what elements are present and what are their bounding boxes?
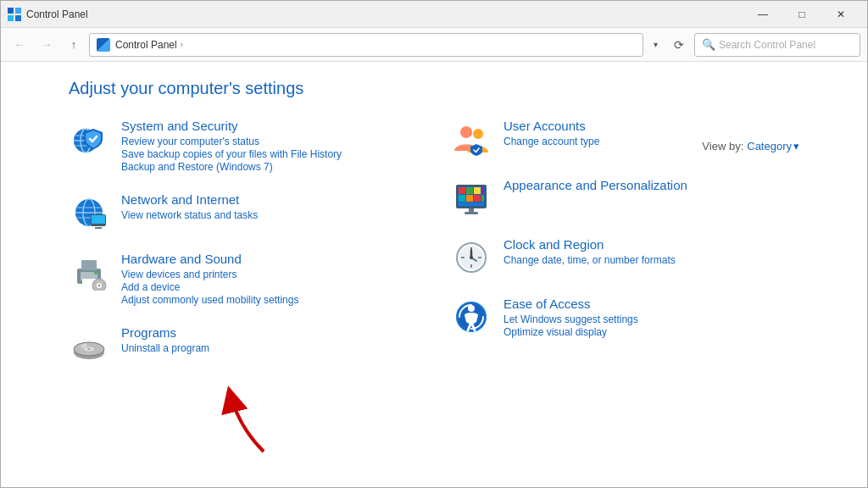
ease-access-link-1[interactable]: Let Windows suggest settings bbox=[504, 313, 799, 325]
hardware-link-2[interactable]: Add a device bbox=[121, 281, 417, 293]
svg-point-31 bbox=[460, 126, 472, 138]
ease-access-icon bbox=[451, 297, 492, 337]
system-security-title[interactable]: System and Security bbox=[121, 119, 417, 133]
minimize-button[interactable]: — bbox=[743, 1, 782, 28]
network-text: Network and Internet View network status… bbox=[121, 192, 417, 222]
clock-region-text: Clock and Region Change date, time, or n… bbox=[504, 237, 799, 267]
programs-icon bbox=[69, 325, 109, 366]
left-column: System and Security Review your computer… bbox=[69, 119, 417, 385]
system-security-link-1[interactable]: Review your computer's status bbox=[121, 136, 417, 147]
address-bar: ← → ↑ Control Panel › ▾ ⟳ 🔍 Search Contr… bbox=[1, 28, 867, 62]
clock-region-icon bbox=[451, 237, 492, 278]
svg-rect-36 bbox=[466, 187, 473, 194]
view-by-label: View by: bbox=[702, 140, 743, 152]
programs-text: Programs Uninstall a program bbox=[121, 325, 417, 355]
appearance-title[interactable]: Appearance and Personalization bbox=[504, 178, 799, 192]
system-security-text: System and Security Review your computer… bbox=[121, 119, 417, 174]
appearance-icon bbox=[451, 178, 492, 219]
list-item: User Accounts Change account type bbox=[451, 119, 799, 159]
hardware-text: Hardware and Sound View devices and prin… bbox=[121, 252, 417, 307]
ease-access-text: Ease of Access Let Windows suggest setti… bbox=[504, 297, 799, 339]
breadcrumb-chevron: › bbox=[181, 40, 183, 49]
annotation-arrow bbox=[196, 375, 298, 463]
view-by-dropdown[interactable]: Category ▾ bbox=[747, 140, 799, 152]
right-column: User Accounts Change account type bbox=[451, 119, 799, 385]
ease-access-link-2[interactable]: Optimize visual display bbox=[504, 326, 799, 338]
svg-rect-39 bbox=[459, 195, 465, 202]
svg-rect-43 bbox=[459, 202, 484, 206]
forward-button[interactable]: → bbox=[35, 33, 58, 57]
svg-rect-37 bbox=[474, 187, 481, 194]
hardware-link-3[interactable]: Adjust commonly used mobility settings bbox=[121, 294, 417, 306]
clock-region-title[interactable]: Clock and Region bbox=[504, 237, 799, 252]
list-item: System and Security Review your computer… bbox=[69, 119, 417, 174]
maximize-button[interactable]: □ bbox=[782, 1, 821, 28]
network-link-1[interactable]: View network status and tasks bbox=[121, 209, 417, 221]
window-title: Control Panel bbox=[26, 8, 743, 20]
programs-title[interactable]: Programs bbox=[121, 325, 417, 340]
app-icon bbox=[8, 8, 21, 21]
programs-link-1[interactable]: Uninstall a program bbox=[121, 342, 417, 354]
list-item: Hardware and Sound View devices and prin… bbox=[69, 252, 417, 307]
svg-rect-41 bbox=[474, 195, 481, 202]
svg-rect-19 bbox=[81, 260, 97, 270]
network-internet-icon bbox=[69, 192, 109, 233]
clock-region-link-1[interactable]: Change date, time, or number formats bbox=[504, 254, 799, 266]
svg-rect-0 bbox=[8, 8, 14, 14]
close-button[interactable]: ✕ bbox=[821, 1, 860, 28]
list-item: Clock and Region Change date, time, or n… bbox=[451, 237, 799, 278]
svg-point-32 bbox=[473, 129, 483, 139]
svg-rect-3 bbox=[15, 15, 21, 21]
hardware-sound-icon bbox=[69, 252, 109, 292]
list-item: Programs Uninstall a program bbox=[69, 325, 417, 366]
svg-rect-1 bbox=[15, 8, 21, 14]
back-button[interactable]: ← bbox=[8, 33, 31, 57]
view-by-value-text: Category bbox=[747, 140, 792, 152]
title-bar: Control Panel — □ ✕ bbox=[1, 1, 867, 28]
search-placeholder: Search Control Panel bbox=[719, 39, 815, 51]
user-accounts-icon bbox=[451, 119, 492, 159]
address-field[interactable]: Control Panel › bbox=[89, 33, 643, 57]
svg-rect-16 bbox=[95, 227, 102, 229]
ease-access-title[interactable]: Ease of Access bbox=[504, 297, 799, 311]
list-item: Ease of Access Let Windows suggest setti… bbox=[451, 297, 799, 339]
search-box[interactable]: 🔍 Search Control Panel bbox=[694, 33, 860, 57]
svg-point-21 bbox=[94, 271, 97, 274]
system-security-link-2[interactable]: Save backup copies of your files with Fi… bbox=[121, 148, 417, 160]
window-controls: — □ ✕ bbox=[743, 1, 860, 28]
svg-rect-40 bbox=[466, 195, 473, 202]
page-title: Adjust your computer's settings bbox=[69, 79, 799, 98]
view-by-arrow: ▾ bbox=[793, 140, 799, 152]
svg-rect-42 bbox=[481, 195, 484, 202]
network-title[interactable]: Network and Internet bbox=[121, 192, 417, 207]
hardware-title[interactable]: Hardware and Sound bbox=[121, 252, 417, 266]
system-security-link-3[interactable]: Backup and Restore (Windows 7) bbox=[121, 161, 417, 173]
svg-point-55 bbox=[470, 256, 473, 259]
list-item: Network and Internet View network status… bbox=[69, 192, 417, 233]
user-accounts-title[interactable]: User Accounts bbox=[504, 119, 799, 133]
list-item: Appearance and Personalization bbox=[451, 178, 799, 219]
svg-point-29 bbox=[87, 348, 91, 350]
up-button[interactable]: ↑ bbox=[62, 33, 86, 57]
svg-rect-15 bbox=[92, 215, 105, 224]
view-by: View by: Category ▾ bbox=[702, 140, 799, 152]
svg-rect-2 bbox=[8, 15, 14, 21]
search-icon: 🔍 bbox=[702, 38, 715, 51]
svg-rect-35 bbox=[459, 187, 465, 194]
svg-point-24 bbox=[98, 285, 101, 287]
refresh-button[interactable]: ⟳ bbox=[667, 33, 691, 57]
svg-rect-38 bbox=[481, 187, 484, 194]
control-panel-icon bbox=[97, 38, 110, 52]
system-security-icon bbox=[69, 119, 109, 159]
svg-rect-45 bbox=[465, 212, 478, 214]
address-dropdown[interactable]: ▾ bbox=[647, 33, 664, 57]
categories-grid: System and Security Review your computer… bbox=[69, 119, 799, 385]
hardware-link-1[interactable]: View devices and printers bbox=[121, 269, 417, 280]
appearance-text: Appearance and Personalization bbox=[504, 178, 799, 195]
breadcrumb-text: Control Panel bbox=[115, 39, 177, 51]
